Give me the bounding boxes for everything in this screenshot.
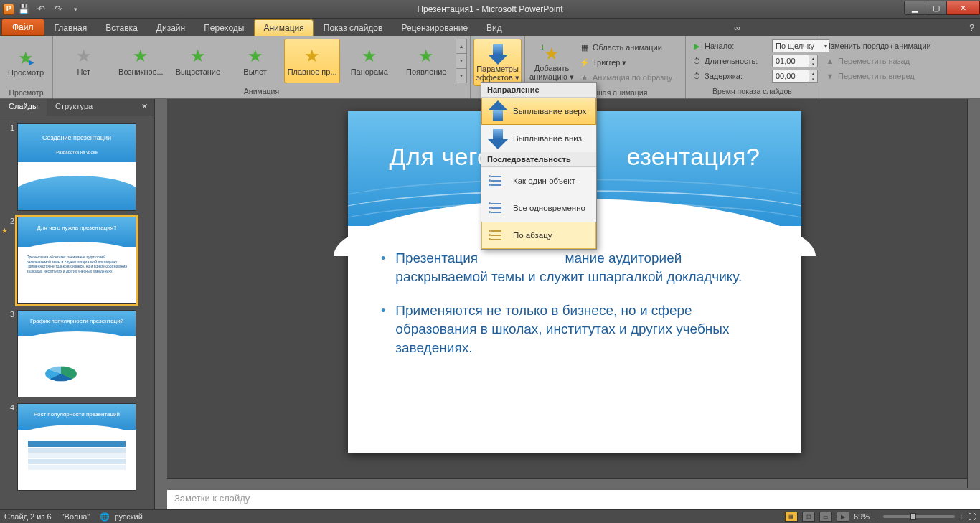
star-icon: ★ xyxy=(245,46,265,66)
thumb-3[interactable]: График популярности презентаций xyxy=(17,310,136,397)
star-icon: ★ xyxy=(302,46,322,66)
panel-close-icon[interactable]: ✕ xyxy=(136,99,154,116)
star-icon: ★ xyxy=(131,46,151,66)
seq-para-icon xyxy=(489,227,504,243)
v-scrollbar[interactable] xyxy=(967,99,980,488)
zoom-level[interactable]: 69% xyxy=(854,512,870,521)
reading-view-button[interactable]: ▭ xyxy=(819,512,832,522)
minimize-button[interactable]: ▁ xyxy=(904,1,925,15)
anim-badge-icon: ★ xyxy=(1,227,8,235)
sorter-view-button[interactable]: ⊞ xyxy=(802,512,815,522)
pane-icon: ▦ xyxy=(580,42,590,52)
arrow-down-icon xyxy=(487,128,506,149)
menu-item-float-up[interactable]: Выплывание вверх xyxy=(481,98,596,125)
menu-item-all-at-once[interactable]: Все одновременно xyxy=(481,194,596,222)
zoom-out-button[interactable]: − xyxy=(874,512,878,521)
status-bar: Слайд 2 из 6 "Волна" 🌐 русский ▦ ⊞ ▭ ▶ 6… xyxy=(0,509,980,523)
menu-item-by-paragraph[interactable]: По абзацу xyxy=(481,222,596,249)
timing-group-label: Время показа слайдов xyxy=(687,86,817,97)
qat-redo-icon[interactable]: ↷ xyxy=(50,2,66,17)
outline-tab[interactable]: Структура xyxy=(47,99,101,116)
move-earlier-button: ▲Переместить назад xyxy=(822,54,913,68)
zoom-slider[interactable] xyxy=(883,515,955,518)
qat-undo-icon[interactable]: ↶ xyxy=(33,2,49,17)
normal-view-button[interactable]: ▦ xyxy=(785,512,798,522)
thumbnails-list[interactable]: 1 Создание презентации Разработка на уро… xyxy=(0,116,154,509)
add-animation-button[interactable]: ★+ Добавить анимацию ▾ xyxy=(528,39,575,86)
duration-input[interactable]: 01,00▴▾ xyxy=(772,55,818,67)
slides-tab[interactable]: Слайды xyxy=(0,99,47,116)
menu-item-float-down[interactable]: Выплывание вниз xyxy=(481,125,596,152)
up-icon: ▲ xyxy=(825,56,835,66)
delay-row[interactable]: ⏱Задержка:00,00▴▾ xyxy=(689,69,821,83)
start-row[interactable]: ▶Начало:По щелчку xyxy=(689,39,832,53)
trigger-button[interactable]: ⚡Триггер ▾ xyxy=(577,55,675,70)
anim-fade[interactable]: ★Выцветание xyxy=(170,39,226,83)
tab-view[interactable]: Вид xyxy=(478,20,511,36)
anim-split[interactable]: ★Панорама xyxy=(341,39,397,83)
start-combo[interactable]: По щелчку xyxy=(772,39,829,52)
menu-item-as-one[interactable]: Как один объект xyxy=(481,167,596,194)
preview-label: Просмотр xyxy=(8,68,44,77)
notes-pane[interactable]: Заметки к слайду xyxy=(167,488,980,509)
anim-wipe[interactable]: ★Появление xyxy=(398,39,454,83)
preview-button[interactable]: ★▶ Просмотр xyxy=(3,39,49,86)
thumb-1[interactable]: Создание презентации Разработка на уроке xyxy=(17,123,136,211)
preview-group-label: Просмотр xyxy=(1,88,51,98)
tab-insert[interactable]: Вставка xyxy=(97,20,146,36)
panel-scrollbar[interactable] xyxy=(154,99,167,509)
animation-pane-button[interactable]: ▦Область анимации xyxy=(577,40,675,55)
effect-options-button[interactable]: Параметры эффектов ▾ xyxy=(473,39,522,86)
menu-section-direction: Направление xyxy=(481,83,596,98)
clock-icon: ⏱ xyxy=(692,71,702,81)
theme-name: "Волна" xyxy=(62,512,90,521)
tab-design[interactable]: Дизайн xyxy=(148,20,194,36)
close-button[interactable]: ✕ xyxy=(947,1,980,15)
tab-slideshow[interactable]: Показ слайдов xyxy=(315,20,392,36)
play-icon: ▶ xyxy=(692,41,702,51)
file-tab[interactable]: Файл xyxy=(1,19,44,36)
tab-animations[interactable]: Анимация xyxy=(254,19,313,36)
ribbon-tabs: Файл Главная Вставка Дизайн Переходы Ани… xyxy=(0,19,980,36)
move-later-button: ▼Переместить вперед xyxy=(822,69,918,83)
slide-counter: Слайд 2 из 6 xyxy=(4,512,52,521)
thumb-2[interactable]: Для чего нужна презентация? Презентация … xyxy=(17,217,136,304)
painter-icon: ★ xyxy=(580,72,590,83)
help-icon[interactable]: ? xyxy=(963,20,980,36)
gallery-more-button[interactable]: ▴▾▾ xyxy=(456,39,467,83)
down-icon: ▼ xyxy=(825,71,835,81)
pie-chart-icon xyxy=(39,357,90,392)
h-scrollbar[interactable] xyxy=(167,478,967,488)
qat-save-icon[interactable]: 💾 xyxy=(16,2,32,17)
star-play-icon: ★▶ xyxy=(16,48,36,68)
qat-customize-icon[interactable]: ▾ xyxy=(67,2,83,17)
ribbon-minimize-icon[interactable]: ∞ xyxy=(728,20,746,36)
thumb-4[interactable]: Рост популярности презентаций xyxy=(17,403,136,491)
maximize-button[interactable]: ▢ xyxy=(925,1,947,15)
reorder-header: Изменить порядок анимации xyxy=(822,39,934,53)
slide-body[interactable]: •Презентация мание аудиторией раскрываем… xyxy=(381,249,768,372)
duration-row[interactable]: ⏱Длительность:01,00▴▾ xyxy=(689,54,821,68)
star-icon: ★ xyxy=(188,46,208,66)
bullet-icon: • xyxy=(381,249,385,286)
arrow-down-icon xyxy=(487,43,509,65)
star-icon: ★ xyxy=(359,46,380,66)
anim-floatin[interactable]: ★Плавное пр... xyxy=(284,39,340,83)
arrow-up-icon xyxy=(487,100,506,122)
tab-home[interactable]: Главная xyxy=(46,20,96,36)
zoom-thumb[interactable] xyxy=(910,513,916,520)
anim-flyin[interactable]: ★Вылет xyxy=(227,39,283,83)
delay-input[interactable]: 00,00▴▾ xyxy=(772,70,818,83)
tab-review[interactable]: Рецензирование xyxy=(392,20,476,36)
anim-none[interactable]: ★Нет xyxy=(56,39,112,83)
slideshow-view-button[interactable]: ▶ xyxy=(837,512,849,522)
language-indicator[interactable]: 🌐 русский xyxy=(100,512,143,522)
seq-one-icon xyxy=(489,173,504,189)
star-none-icon: ★ xyxy=(74,46,94,66)
fit-window-button[interactable]: ⛶ xyxy=(968,512,976,521)
bullet-icon: • xyxy=(381,301,385,357)
zoom-in-button[interactable]: + xyxy=(959,512,963,521)
title-bar: P 💾 ↶ ↷ ▾ Презентация1 - Microsoft Power… xyxy=(0,0,980,19)
anim-appear[interactable]: ★Возникнов... xyxy=(113,39,169,83)
tab-transitions[interactable]: Переходы xyxy=(195,20,253,36)
